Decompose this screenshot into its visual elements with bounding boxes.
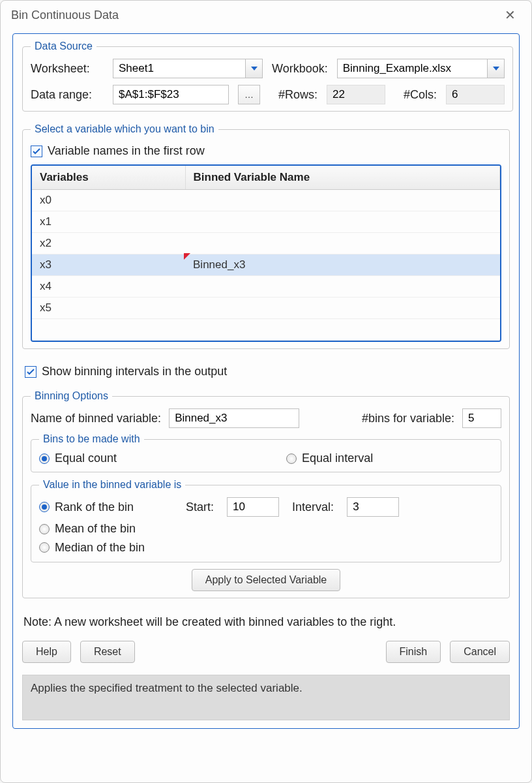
dialog-window: Bin Continuous Data ✕ Data Source Worksh… [0,0,532,783]
title-bar: Bin Continuous Data ✕ [1,1,531,29]
data-range-input[interactable] [113,85,229,104]
chevron-down-icon[interactable] [487,59,504,78]
show-intervals-label: Show binning intervals in the output [42,365,227,378]
workbook-input[interactable] [337,59,505,78]
variables-table: Variables Binned Variable Name x0 x1 [31,164,501,342]
footer-buttons: Help Reset Finish Cancel [22,641,510,663]
col-binned-name[interactable]: Binned Variable Name [185,166,499,190]
hint-bar: Applies the specified treatment to the s… [22,675,510,720]
data-source-legend: Data Source [31,40,96,52]
main-panel: Data Source Worksheet: Workbook: [12,33,520,729]
radio-icon [39,502,50,512]
first-row-checkbox[interactable]: Variable names in the first row [31,144,205,158]
rows-label: #Rows: [278,88,318,102]
table-row [32,319,500,341]
cols-label: #Cols: [404,88,437,102]
table-row[interactable]: x3 Binned_x3 [32,254,500,276]
close-icon[interactable]: ✕ [499,5,521,25]
checkmark-icon [31,146,42,157]
apply-button[interactable]: Apply to Selected Variable [192,569,340,591]
value-is-legend: Value in the binned variable is [39,479,185,491]
finish-button[interactable]: Finish [386,641,441,663]
equal-interval-radio[interactable]: Equal interval [286,452,373,465]
binned-name-label: Name of binned variable: [31,412,161,425]
cancel-button[interactable]: Cancel [450,641,510,663]
num-bins-input[interactable] [462,408,501,428]
col-variables[interactable]: Variables [32,166,185,190]
worksheet-combo[interactable] [113,59,263,78]
binned-name-input[interactable] [169,408,299,428]
worksheet-input[interactable] [113,59,263,78]
cols-value [446,85,505,104]
bins-with-legend: Bins to be made with [39,433,144,445]
table-row[interactable]: x2 [32,233,500,254]
radio-icon [39,453,50,464]
range-browse-button[interactable]: … [238,85,260,104]
radio-icon [39,524,50,534]
first-row-label: Variable names in the first row [48,144,205,158]
window-title: Bin Continuous Data [11,8,119,22]
reset-button[interactable]: Reset [80,641,135,663]
worksheet-label: Worksheet: [31,62,104,76]
table-row[interactable]: x5 [32,298,500,319]
help-button[interactable]: Help [22,641,71,663]
num-bins-label: #bins for variable: [362,412,454,425]
equal-count-radio[interactable]: Equal count [39,452,117,465]
dialog-content: Data Source Worksheet: Workbook: [1,29,531,782]
median-radio[interactable]: Median of the bin [39,541,145,555]
chevron-down-icon[interactable] [245,59,262,78]
select-variable-group: Select a variable which you want to bin … [22,123,510,349]
interval-label: Interval: [292,500,334,514]
rank-radio[interactable]: Rank of the bin [39,500,134,514]
select-variable-legend: Select a variable which you want to bin [31,123,218,135]
start-input[interactable] [227,497,279,517]
radio-icon [286,453,297,464]
checkmark-icon [25,366,37,378]
value-is-group: Value in the binned variable is Rank of … [31,479,501,562]
rows-value [327,85,385,104]
radio-icon [39,542,50,553]
table-row[interactable]: x4 [32,276,500,298]
table-row[interactable]: x0 [32,190,500,211]
bins-with-group: Bins to be made with Equal count Equal i… [31,433,501,472]
workbook-label: Workbook: [272,62,328,76]
workbook-combo[interactable] [337,59,505,78]
mean-radio[interactable]: Mean of the bin [39,522,136,536]
binning-options-legend: Binning Options [31,390,112,402]
start-label: Start: [186,500,214,514]
data-source-group: Data Source Worksheet: Workbook: [22,40,513,112]
data-range-label: Data range: [31,88,104,102]
note-text: Note: A new worksheet will be created wi… [23,615,509,629]
binning-options-group: Binning Options Name of binned variable:… [22,390,510,598]
show-intervals-checkbox[interactable]: Show binning intervals in the output [25,365,510,378]
table-row[interactable]: x1 [32,211,500,233]
interval-input[interactable] [347,497,399,517]
